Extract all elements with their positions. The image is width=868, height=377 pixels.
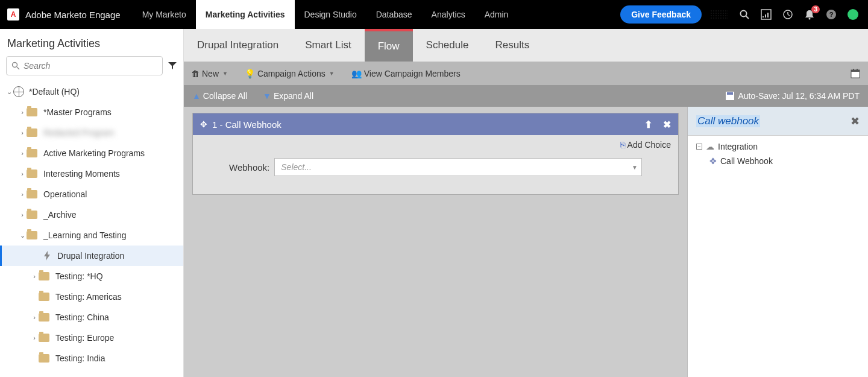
folder-icon <box>39 272 49 280</box>
dashboard-icon[interactable] <box>761 9 772 20</box>
flow-area: ✥ 1 - Call Webhook ⬆ ✖ ⎘ Add Choice <box>184 107 687 377</box>
side-panel-header: Call webhook ✖ <box>688 107 868 136</box>
folder-icon <box>39 354 49 363</box>
tree-item-archive[interactable]: › _Archive <box>0 204 183 225</box>
tab-flow[interactable]: Flow <box>365 29 413 62</box>
chevron-right-icon: › <box>30 273 39 280</box>
tab-schedule[interactable]: Schedule <box>413 29 482 62</box>
search-icon[interactable] <box>739 9 750 20</box>
chevron-right-icon: › <box>18 211 27 218</box>
campaign-actions-button[interactable]: 💡 Campaign Actions ▼ <box>245 69 335 78</box>
svg-point-0 <box>741 11 747 17</box>
chevron-right-icon: › <box>30 314 39 321</box>
bell-icon[interactable]: 3 <box>804 9 815 20</box>
nav-database[interactable]: Database <box>366 0 422 29</box>
tree-label: Active Marketing Programs <box>43 148 145 158</box>
expand-all-button[interactable]: ▼ Expand All <box>263 91 313 101</box>
cloud-icon: ☁ <box>706 142 714 151</box>
brand-name: Adobe Marketo Engage <box>25 10 121 20</box>
folder-icon <box>27 149 37 157</box>
chevron-right-icon: › <box>18 170 27 177</box>
tree-item-interesting[interactable]: › Interesting Moments <box>0 163 183 184</box>
tree-item-test-india[interactable]: Testing: India <box>0 348 183 369</box>
close-icon[interactable]: ✖ <box>663 119 671 130</box>
filter-icon[interactable] <box>168 61 177 71</box>
sidebar: Marketing Activities ⌄ *Default (HQ) › <box>0 29 184 377</box>
history-icon[interactable] <box>782 9 793 20</box>
tree-item-test-americas[interactable]: Testing: Americas <box>0 287 183 307</box>
tree-root[interactable]: ⌄ *Default (HQ) <box>0 81 183 102</box>
lightbulb-icon: 💡 <box>245 69 255 78</box>
bolt-icon <box>43 251 51 261</box>
tree-item-drupal[interactable]: Drupal Integration <box>0 246 183 266</box>
side-panel: Call webhook ✖ − ☁ Integration ✥ Call We… <box>687 107 868 377</box>
chevron-down-icon: ▼ <box>222 71 228 77</box>
side-panel-category[interactable]: − ☁ Integration <box>696 142 860 151</box>
folder-icon <box>27 211 37 219</box>
autosave-status: Auto-Save: Jul 12, 6:34 AM PDT <box>726 91 860 101</box>
tenant-indicator <box>710 10 728 19</box>
avatar[interactable] <box>848 9 858 20</box>
nav-design-studio[interactable]: Design Studio <box>295 0 366 29</box>
nav-my-marketo[interactable]: My Marketo <box>133 0 196 29</box>
expand-toolbar: ▲ Collapse All ▼ Expand All Auto-Save: J… <box>184 85 868 107</box>
tree-label: *Default (HQ) <box>29 87 80 97</box>
collapse-icon: − <box>696 144 702 150</box>
notification-badge: 3 <box>811 5 820 13</box>
give-feedback-button[interactable]: Give Feedback <box>620 5 702 24</box>
arrow-up-icon[interactable]: ⬆ <box>644 119 652 130</box>
tree-item-test-europe[interactable]: › Testing: Europe <box>0 328 183 348</box>
tree-label: Testing: *HQ <box>55 271 103 281</box>
plus-icon: ✥ <box>709 156 717 166</box>
tree-item-learning[interactable]: ⌄ _Learning and Testing <box>0 225 183 246</box>
svg-line-13 <box>17 67 19 69</box>
folder-icon <box>27 128 37 137</box>
svg-line-8 <box>788 14 790 16</box>
chevron-right-icon: › <box>18 129 27 136</box>
chevron-down-icon: ⌄ <box>5 88 13 96</box>
add-choice-button[interactable]: ⎘ Add Choice <box>620 140 671 150</box>
tree-item-redacted[interactable]: › Redacted Program <box>0 122 183 143</box>
tree-item-operational[interactable]: › Operational <box>0 184 183 204</box>
tree-item-test-hq[interactable]: › Testing: *HQ <box>0 266 183 287</box>
svg-point-9 <box>809 18 811 20</box>
tree-item-master[interactable]: › *Master Programs <box>0 102 183 122</box>
collapse-all-button[interactable]: ▲ Collapse All <box>192 91 247 101</box>
tab-smart-list[interactable]: Smart List <box>292 29 365 62</box>
nav-marketing-activities[interactable]: Marketing Activities <box>196 0 295 29</box>
tree-item-active[interactable]: › Active Marketing Programs <box>0 143 183 163</box>
webhook-select[interactable]: Select... ▼ <box>274 158 642 176</box>
tab-results[interactable]: Results <box>482 29 542 62</box>
folder-icon <box>27 231 37 239</box>
new-button[interactable]: 🗑 New ▼ <box>191 69 228 78</box>
tree-label: Testing: Europe <box>55 333 114 343</box>
help-icon[interactable]: ? <box>826 9 837 20</box>
folder-icon <box>39 293 49 301</box>
chevron-right-icon: › <box>18 150 27 157</box>
adobe-logo: A <box>7 8 19 21</box>
nav-admin[interactable]: Admin <box>475 0 518 29</box>
flow-step-header[interactable]: ✥ 1 - Call Webhook ⬆ ✖ <box>193 113 678 135</box>
close-icon[interactable]: ✖ <box>851 115 860 128</box>
chevron-right-icon: › <box>30 334 39 341</box>
triangle-up-icon: ▲ <box>192 91 201 101</box>
search-input[interactable] <box>6 56 163 75</box>
nav-analytics[interactable]: Analytics <box>422 0 475 29</box>
svg-rect-17 <box>857 69 858 71</box>
tab-drupal-integration[interactable]: Drupal Integration <box>184 29 292 62</box>
tree-item-test-china[interactable]: › Testing: China <box>0 307 183 328</box>
triangle-down-icon: ▼ <box>263 91 271 101</box>
search-field[interactable] <box>24 61 157 71</box>
tree-label: Operational <box>43 189 87 199</box>
workarea: Drupal Integration Smart List Flow Sched… <box>184 29 868 377</box>
view-campaign-members-button[interactable]: 👥 View Campaign Members <box>351 69 461 78</box>
move-icon: ✥ <box>200 119 207 129</box>
flow-step-card: ✥ 1 - Call Webhook ⬆ ✖ ⎘ Add Choice <box>192 113 679 195</box>
calendar-icon[interactable] <box>850 68 861 79</box>
side-panel-item-call-webhook[interactable]: ✥ Call Webhook <box>696 156 860 166</box>
folder-icon <box>39 313 49 322</box>
tree-label: Redacted Program <box>43 128 115 138</box>
svg-rect-16 <box>853 69 854 71</box>
search-icon <box>11 62 20 70</box>
svg-line-1 <box>746 16 749 19</box>
